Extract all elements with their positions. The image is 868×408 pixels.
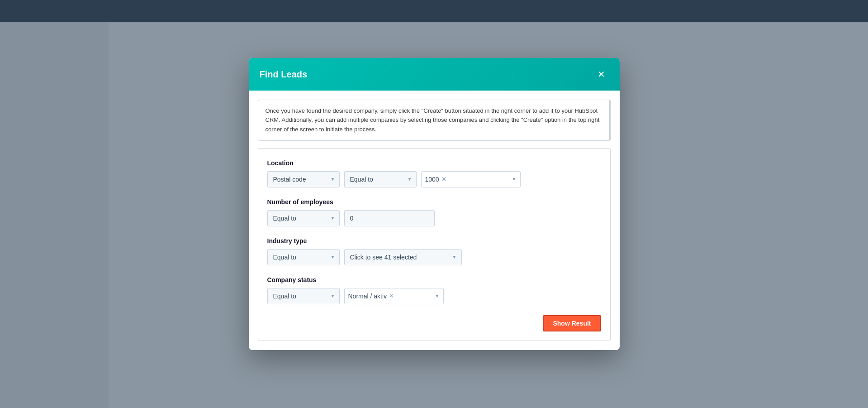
location-condition-wrap[interactable]: Equal to Not equal to Contains Does not … [344, 171, 417, 187]
info-text: Once you have found the desired company,… [266, 107, 600, 132]
employees-row: Equal to Greater than Less than Between … [267, 210, 601, 226]
industry-row: Equal to Not equal to ▼ Click to see 41 … [267, 249, 601, 265]
modal-title: Find Leads [260, 69, 308, 80]
employees-operator-select[interactable]: Equal to Greater than Less than Between [267, 210, 340, 226]
employees-operator-wrap[interactable]: Equal to Greater than Less than Between … [267, 210, 340, 226]
find-leads-modal: Find Leads ✕ Once you have found the des… [249, 58, 620, 350]
company-status-operator-select[interactable]: Equal to Not equal to [267, 288, 340, 304]
location-value-tag: 1000 ✕ [425, 176, 446, 183]
industry-operator-select[interactable]: Equal to Not equal to [267, 249, 340, 265]
location-condition-select[interactable]: Equal to Not equal to Contains Does not … [344, 171, 417, 187]
industry-operator-wrap[interactable]: Equal to Not equal to ▼ [267, 249, 340, 265]
location-value-input[interactable]: 1000 ✕ ▼ [421, 171, 521, 187]
company-status-label: Company status [267, 276, 601, 283]
company-status-operator-wrap[interactable]: Equal to Not equal to ▼ [267, 288, 340, 304]
location-operator-wrap[interactable]: Postal code City Region Country ▼ [267, 171, 340, 187]
company-status-tag-remove-icon[interactable]: ✕ [389, 293, 394, 299]
location-section: Location Postal code City Region Country… [267, 159, 601, 187]
company-status-value-input[interactable]: Normal / aktiv ✕ ▼ [344, 288, 444, 304]
employees-value-input[interactable] [344, 210, 435, 226]
info-box: Once you have found the desired company,… [258, 100, 611, 140]
location-row: Postal code City Region Country ▼ Equal … [267, 171, 601, 187]
location-operator-select[interactable]: Postal code City Region Country [267, 171, 340, 187]
location-tag-value: 1000 [425, 176, 439, 183]
modal-close-button[interactable]: ✕ [594, 67, 609, 82]
industry-label: Industry type [267, 237, 601, 245]
company-status-section: Company status Equal to Not equal to ▼ N… [267, 276, 601, 304]
industry-section: Industry type Equal to Not equal to ▼ Cl… [267, 237, 601, 265]
filter-area: Location Postal code City Region Country… [258, 148, 611, 341]
company-status-chevron-icon: ▼ [435, 293, 440, 298]
industry-dropdown-chevron-icon: ▼ [452, 254, 457, 259]
employees-label: Number of employees [267, 198, 601, 206]
employees-section: Number of employees Equal to Greater tha… [267, 198, 601, 226]
industry-value-label: Click to see 41 selected [350, 254, 417, 261]
location-value-chevron-icon: ▼ [512, 177, 517, 182]
modal-overlay: Find Leads ✕ Once you have found the des… [0, 0, 868, 408]
location-label: Location [267, 159, 601, 167]
location-tag-remove-icon[interactable]: ✕ [441, 176, 446, 182]
company-status-tag: Normal / aktiv ✕ [348, 293, 394, 300]
show-result-button[interactable]: Show Result [543, 315, 601, 331]
industry-value-dropdown[interactable]: Click to see 41 selected ▼ [344, 249, 462, 265]
modal-header: Find Leads ✕ [249, 58, 620, 91]
company-status-tag-value: Normal / aktiv [348, 293, 387, 300]
modal-body: Once you have found the desired company,… [249, 91, 620, 350]
company-status-row: Equal to Not equal to ▼ Normal / aktiv ✕… [267, 288, 601, 304]
